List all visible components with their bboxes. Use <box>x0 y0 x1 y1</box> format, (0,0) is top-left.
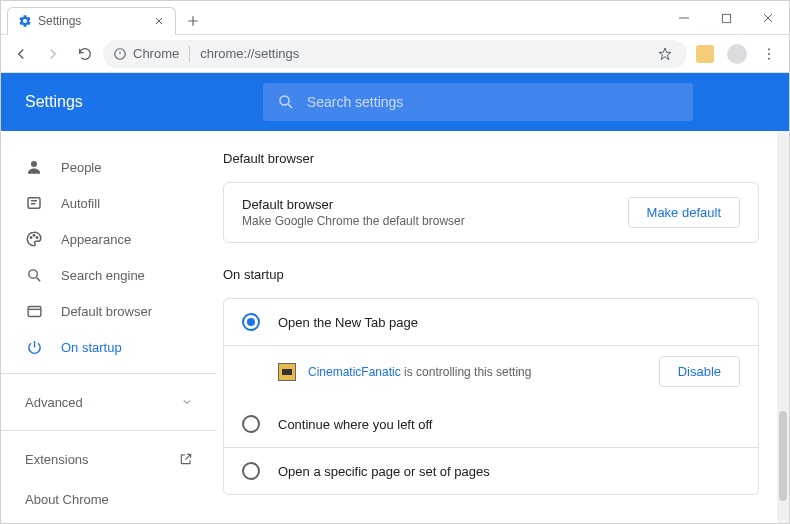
svg-point-9 <box>30 237 32 239</box>
controlling-suffix: is controlling this setting <box>401 365 532 379</box>
settings-title: Settings <box>25 93 83 111</box>
browser-icon <box>25 302 43 320</box>
titlebar: Settings <box>1 1 789 35</box>
svg-rect-13 <box>28 306 41 316</box>
omnibox-url: chrome://settings <box>200 46 651 61</box>
new-tab-button[interactable] <box>184 12 202 30</box>
person-icon <box>25 158 43 176</box>
sidebar-item-label: On startup <box>61 340 122 355</box>
default-browser-card: Default browser Make Google Chrome the d… <box>223 182 759 243</box>
sidebar-extensions-label: Extensions <box>25 452 89 467</box>
external-link-icon <box>179 452 193 466</box>
reload-button[interactable] <box>71 40 99 68</box>
tab-close-icon[interactable] <box>153 15 165 27</box>
radio-selected-icon[interactable] <box>242 313 260 331</box>
minimize-button[interactable] <box>663 1 705 35</box>
sidebar-advanced[interactable]: Advanced <box>1 382 217 422</box>
site-info-icon[interactable] <box>113 47 127 61</box>
chevron-down-icon <box>181 396 193 408</box>
sidebar-about-label: About Chrome <box>25 492 109 507</box>
default-browser-section-title: Default browser <box>223 151 789 166</box>
svg-point-3 <box>768 48 770 50</box>
svg-point-6 <box>280 96 289 105</box>
window-controls <box>663 1 789 35</box>
startup-option-label: Continue where you left off <box>278 417 432 432</box>
settings-sidebar: People Autofill Appearance Search engine… <box>1 131 217 523</box>
sidebar-separator <box>1 430 217 431</box>
sidebar-item-on-startup[interactable]: On startup <box>1 329 217 365</box>
power-icon <box>25 338 43 356</box>
sidebar-item-default-browser[interactable]: Default browser <box>1 293 217 329</box>
omnibox-scheme: Chrome <box>133 46 179 61</box>
sidebar-item-autofill[interactable]: Autofill <box>1 185 217 221</box>
chrome-menu-button[interactable] <box>755 40 783 68</box>
startup-option-label: Open the New Tab page <box>278 315 418 330</box>
sidebar-item-search-engine[interactable]: Search engine <box>1 257 217 293</box>
startup-controlled-row: CinematicFanatic is controlling this set… <box>224 345 758 401</box>
close-button[interactable] <box>747 1 789 35</box>
settings-search-input[interactable] <box>307 94 679 110</box>
sidebar-separator <box>1 373 217 374</box>
settings-app: Settings People Autofill <box>1 73 789 523</box>
startup-option-specific-pages[interactable]: Open a specific page or set of pages <box>224 447 758 494</box>
bookmark-star-icon[interactable] <box>657 46 673 62</box>
search-icon <box>25 266 43 284</box>
sidebar-advanced-label: Advanced <box>25 395 83 410</box>
svg-point-4 <box>768 53 770 55</box>
svg-rect-1 <box>722 14 730 22</box>
radio-unselected-icon[interactable] <box>242 415 260 433</box>
controlling-extension-link[interactable]: CinematicFanatic <box>308 365 401 379</box>
default-browser-row: Default browser Make Google Chrome the d… <box>224 183 758 242</box>
sidebar-extensions[interactable]: Extensions <box>1 439 217 479</box>
browser-toolbar: Chrome chrome://settings <box>1 35 789 73</box>
default-browser-row-subtitle: Make Google Chrome the default browser <box>242 214 628 228</box>
browser-tab[interactable]: Settings <box>7 7 176 35</box>
make-default-button[interactable]: Make default <box>628 197 740 228</box>
settings-favicon-icon <box>18 14 32 28</box>
sidebar-item-people[interactable]: People <box>1 149 217 185</box>
maximize-button[interactable] <box>705 1 747 35</box>
default-browser-row-title: Default browser <box>242 197 628 212</box>
svg-point-10 <box>33 235 35 237</box>
sidebar-item-label: Search engine <box>61 268 145 283</box>
back-button[interactable] <box>7 40 35 68</box>
startup-option-new-tab[interactable]: Open the New Tab page <box>224 299 758 345</box>
omnibox-divider <box>189 46 190 62</box>
sidebar-item-label: People <box>61 160 101 175</box>
svg-point-5 <box>768 57 770 59</box>
startup-option-continue[interactable]: Continue where you left off <box>224 401 758 447</box>
settings-body: People Autofill Appearance Search engine… <box>1 131 789 523</box>
sidebar-item-appearance[interactable]: Appearance <box>1 221 217 257</box>
sidebar-item-label: Autofill <box>61 196 100 211</box>
forward-button[interactable] <box>39 40 67 68</box>
tab-title: Settings <box>38 14 81 28</box>
startup-option-label: Open a specific page or set of pages <box>278 464 490 479</box>
settings-search[interactable] <box>263 83 693 121</box>
settings-header: Settings <box>1 73 789 131</box>
svg-point-7 <box>31 161 37 167</box>
sidebar-about-chrome[interactable]: About Chrome <box>1 479 217 519</box>
address-bar[interactable]: Chrome chrome://settings <box>103 40 687 68</box>
disable-extension-button[interactable]: Disable <box>659 356 740 387</box>
scrollbar-thumb[interactable] <box>779 411 787 501</box>
extension-badge-icon <box>278 363 296 381</box>
extension-icon[interactable] <box>691 40 719 68</box>
on-startup-card: Open the New Tab page CinematicFanatic i… <box>223 298 759 495</box>
radio-unselected-icon[interactable] <box>242 462 260 480</box>
svg-point-11 <box>36 237 38 239</box>
sidebar-item-label: Default browser <box>61 304 152 319</box>
settings-content: Default browser Default browser Make Goo… <box>217 131 789 523</box>
on-startup-section-title: On startup <box>223 267 789 282</box>
svg-point-12 <box>28 269 36 278</box>
palette-icon <box>25 230 43 248</box>
startup-controlled-text: CinematicFanatic is controlling this set… <box>308 365 659 379</box>
profile-avatar[interactable] <box>723 40 751 68</box>
autofill-icon <box>25 194 43 212</box>
browser-window: Settings Chrome chrome://settings <box>0 0 790 524</box>
search-icon <box>277 93 295 111</box>
sidebar-item-label: Appearance <box>61 232 131 247</box>
